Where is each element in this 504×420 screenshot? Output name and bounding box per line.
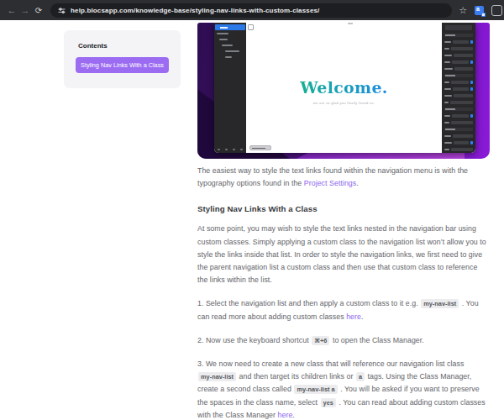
design-canvas: Welcome. we are so glad you finally foun… — [246, 23, 442, 153]
inline-link[interactable]: here — [346, 312, 361, 321]
text-run: . — [361, 312, 364, 321]
toolbar-actions: ☆ — [459, 5, 502, 16]
paragraph: 1. Select the navigation list and then a… — [197, 297, 490, 323]
text-run: Styling Nav Links With a Class — [197, 204, 318, 213]
article-body: The easiest way to style the text links … — [197, 165, 490, 420]
code-chip: a — [356, 372, 365, 381]
blocs-app-window: Welcome. we are so glad you finally foun… — [214, 23, 475, 153]
add-bloc-button — [249, 145, 271, 150]
paragraph: 3. We now need to create a new class tha… — [197, 358, 490, 420]
code-chip: yes — [321, 398, 336, 407]
text-run: At some point, you may wish to style the… — [197, 224, 486, 284]
selection-handle — [348, 23, 353, 24]
help-page: Contents Styling Nav Links With a Class … — [0, 20, 504, 420]
url-text[interactable]: help.blocsapp.com/knowledge-base/styling… — [71, 7, 320, 14]
section-heading: Styling Nav Links With a Class — [197, 204, 490, 213]
hero-screenshot: Welcome. we are so glad you finally foun… — [197, 23, 490, 159]
paragraph: 2. Now use the keyboard shortcut ⌘+6 to … — [197, 334, 490, 347]
text-run: and then target its children links or — [237, 372, 355, 381]
page-icon — [248, 24, 254, 30]
forward-button[interactable]: → — [18, 3, 32, 17]
layer-tree-rows — [214, 33, 246, 62]
translate-extension-icon[interactable] — [475, 6, 484, 15]
paragraph: At some point, you may wish to style the… — [197, 223, 490, 286]
text-run: to open the Class Manager. — [330, 336, 423, 344]
text-run: 3. We now need to create a new class tha… — [197, 360, 464, 368]
text-run: 1. Select the navigation list and then a… — [197, 299, 420, 307]
reload-button[interactable]: ⟳ — [32, 3, 45, 17]
code-chip: ⌘+6 — [312, 336, 329, 345]
contents-title: Contents — [78, 42, 166, 50]
inline-link[interactable]: here — [278, 411, 293, 419]
welcome-headline: Welcome. — [246, 78, 442, 97]
layer-tree-panel — [214, 23, 246, 153]
welcome-subline: we are so glad you finally found us. — [246, 101, 442, 105]
back-button[interactable]: ← — [5, 3, 18, 17]
layer-panel-footer-icons — [218, 148, 243, 151]
contents-nav-button[interactable]: Styling Nav Links With a Class — [76, 57, 169, 73]
article-column: Welcome. we are so glad you finally foun… — [197, 23, 490, 420]
browser-toolbar: ← → ⟳ help.blocsapp.com/knowledge-base/s… — [0, 0, 504, 20]
extensions-icon[interactable] — [491, 5, 502, 16]
text-run: . — [356, 179, 359, 187]
bookmark-star-icon[interactable]: ☆ — [459, 6, 467, 15]
site-info-icon[interactable] — [58, 7, 66, 14]
code-chip: my-nav-list a — [294, 385, 337, 394]
inspector-panel — [442, 23, 475, 153]
contents-card: Contents Styling Nav Links With a Class — [64, 30, 181, 88]
inline-link[interactable]: Project Settings — [304, 179, 356, 187]
code-chip: my-nav-list — [421, 299, 459, 308]
text-run: 2. Now use the keyboard shortcut — [197, 336, 311, 344]
paragraph: The easiest way to style the text links … — [197, 165, 490, 190]
code-chip: my-nav-list — [198, 372, 236, 381]
text-run: . — [292, 411, 295, 419]
selected-layer-row — [215, 24, 245, 30]
omnibox[interactable]: help.blocsapp.com/knowledge-base/styling… — [50, 3, 452, 18]
